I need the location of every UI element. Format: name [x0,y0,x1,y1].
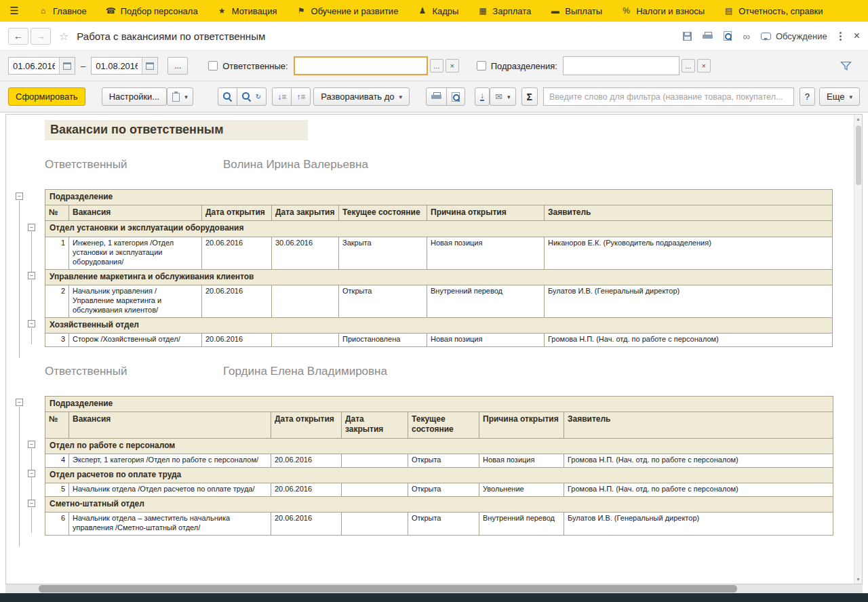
settings-button[interactable]: Настройки... [102,87,167,106]
calendar-from-button[interactable] [59,58,75,74]
vacancy-row[interactable]: 1Инженер, 1 категория /Отдел установки и… [45,237,833,269]
close-date-cell [342,513,408,536]
taxes-icon: % [621,6,631,16]
applicant-cell: Булатов И.В. (Генеральный директор) [545,285,833,317]
period-from-field [8,57,75,75]
collapse-groups-icon: ↑≡ [296,92,305,102]
department-group-row[interactable]: Отдел установки и эксплуатации оборудова… [45,221,833,237]
collapse-groups-button[interactable]: ↑≡ [291,87,311,106]
applicant-cell: Громова Н.П. (Нач. отд. по работе с перс… [545,333,833,346]
department-group-row[interactable]: Отдел по работе с персоналом [45,438,833,454]
print-icon[interactable] [703,32,713,41]
collapse-group-icon[interactable]: − [28,224,35,231]
menu-item-staff[interactable]: ♟Кадры [408,0,468,22]
vacancy-row[interactable]: 5Начальник отдела /Отдел расчетов по опл… [45,483,833,497]
department-group-row[interactable]: Отдел расчетов по оплате труда [45,467,833,483]
forward-button[interactable]: → [31,28,51,45]
menu-item-salary[interactable]: ▦Зарплата [468,0,540,22]
menu-item-training[interactable]: ⚑Обучение и развитие [287,0,408,22]
report-toolbar: Сформировать Настройки... ▾ ↻ ↓≡ ↑≡ Разв… [0,81,868,113]
more-actions-icon[interactable] [838,31,843,42]
menu-item-recruitment[interactable]: ☎Подбор персонала [96,0,208,22]
menu-item-taxes[interactable]: %Налоги и взносы [612,0,714,22]
send-email-button[interactable]: ✉▾ [490,87,515,106]
horizontal-scrollbar[interactable] [5,584,863,593]
generate-button[interactable]: Сформировать [8,87,85,106]
collapse-group-icon[interactable]: − [28,272,35,279]
responsible-clear-button[interactable]: × [446,59,459,73]
expand-groups-button[interactable]: ↓≡ [272,87,292,106]
filter-funnel-icon[interactable] [840,61,852,71]
staff-icon: ♟ [417,6,427,16]
motivation-icon: ★ [217,6,227,16]
collapse-group-icon[interactable]: − [28,441,35,448]
hamburger-menu-icon[interactable]: ☰ [0,0,28,22]
departments-pick-button[interactable]: ... [682,59,695,73]
back-button[interactable]: ← [8,28,28,45]
period-to-field [91,57,158,75]
sum-button[interactable]: Σ [521,87,538,106]
favorite-star-icon[interactable]: ☆ [59,30,68,43]
menu-item-reports[interactable]: ▤Отчетность, справки [714,0,832,22]
responsible-line: ОтветственныйВолина Ирина Валерьевна [45,158,842,172]
department-group-row[interactable]: Хозяйственный отдел [45,317,833,333]
menu-item-label: Подбор персонала [121,6,198,16]
discussion-button[interactable]: Обсуждение [761,31,827,41]
departments-label: Подразделения: [491,61,557,71]
vacancy-cell: Инженер, 1 категория /Отдел установки и … [69,237,202,269]
num-cell: 1 [45,237,69,269]
search-button[interactable] [218,87,237,106]
period-from-input[interactable] [9,58,59,74]
report-variants-button[interactable]: ▾ [167,87,193,106]
print-preview-button[interactable] [446,87,465,106]
scroll-down-icon[interactable]: ▼ [856,575,861,584]
horizontal-scrollbar-thumb[interactable] [39,585,737,593]
department-group-row[interactable]: Управление маркетинга и обслуживания кли… [45,269,833,285]
vacancy-cell: Начальник отдела – заместитель начальник… [69,513,271,536]
print-preview-icon[interactable] [724,31,732,41]
departments-checkbox[interactable] [477,61,486,71]
column-header: Дата закрытия [272,205,339,221]
collapse-group-icon[interactable]: − [28,320,35,327]
more-button[interactable]: Еще▾ [819,87,860,106]
scroll-up-icon[interactable]: ▲ [856,115,861,123]
vacancy-row[interactable]: 4Эксперт, 1 категория /Отдел по работе с… [45,454,833,467]
vacancy-row[interactable]: 2Начальник управления /Управление маркет… [45,285,833,317]
collapse-group-icon[interactable]: − [16,193,23,200]
save-file-button[interactable]: ↓ [475,87,490,106]
departments-input[interactable] [563,56,679,75]
print-button[interactable] [426,87,447,106]
menu-item-home[interactable]: ⌂Главное [28,0,96,22]
period-to-input[interactable] [92,58,142,74]
responsible-pick-button[interactable]: ... [430,59,443,73]
printer-icon [431,92,441,101]
vacancy-row[interactable]: 6Начальник отдела – заместитель начальни… [45,513,833,536]
get-link-icon[interactable]: ∞ [743,31,750,41]
collapse-group-icon[interactable]: − [28,500,35,507]
menu-item-payouts[interactable]: ▬Выплаты [540,0,612,22]
responsible-label: Ответственный [45,365,223,378]
vacancy-row[interactable]: 3Сторож /Хозяйственный отдел/20.06.2016П… [45,333,833,346]
quick-filter-input[interactable] [543,87,794,106]
search-next-button[interactable]: ↻ [237,87,267,106]
save-icon[interactable] [683,32,692,41]
menu-item-motivation[interactable]: ★Мотивация [208,0,287,22]
menu-item-label: Главное [53,6,87,16]
vertical-scrollbar-thumb[interactable] [856,125,861,185]
departments-clear-button[interactable]: × [697,59,711,73]
status-cell: Открыта [339,285,427,317]
calendar-to-button[interactable] [142,58,157,74]
responsible-input[interactable] [294,56,428,75]
responsible-checkbox[interactable] [208,61,218,71]
expand-to-dropdown[interactable]: Разворачивать до▾ [313,87,410,106]
period-dash: – [81,61,85,71]
responsible-label: Ответственный [45,158,223,172]
close-icon[interactable]: × [854,30,860,42]
period-options-button[interactable]: ... [167,57,188,75]
department-group-row[interactable]: Сметно-штатный отдел [45,497,833,513]
collapse-group-icon[interactable]: − [28,470,35,477]
num-cell: 6 [45,513,69,536]
collapse-group-icon[interactable]: − [16,399,23,406]
help-button[interactable]: ? [800,87,815,106]
vertical-scrollbar[interactable]: ▲ ▼ [854,115,862,584]
